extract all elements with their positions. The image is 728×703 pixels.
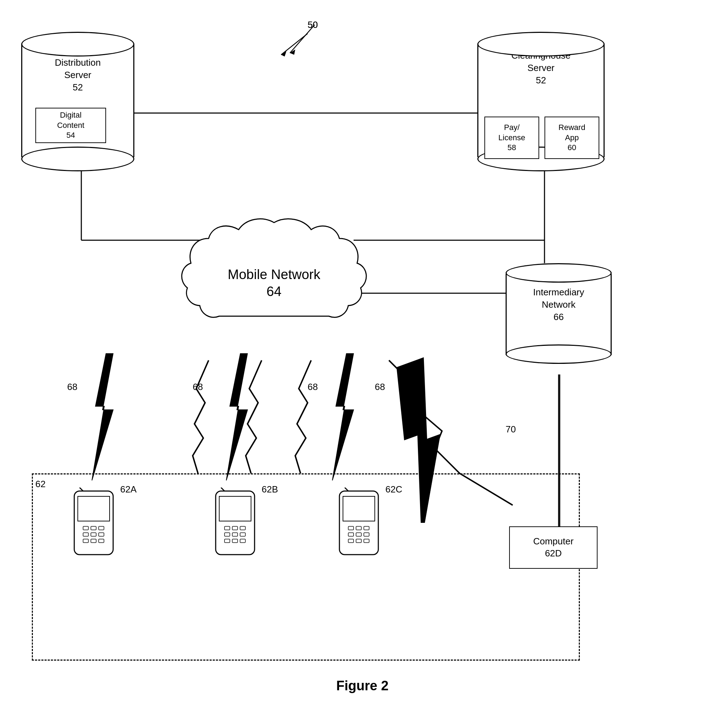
svg-rect-20 (99, 533, 104, 536)
svg-rect-14 (78, 496, 110, 521)
clearinghouse-server-cylinder-top (477, 32, 605, 56)
lightning-68-2 (219, 353, 254, 480)
svg-rect-39 (348, 526, 354, 530)
svg-rect-30 (224, 533, 230, 536)
ref-68-2-label: 68 (193, 382, 203, 392)
ref-68-1-label: 68 (67, 382, 77, 392)
lightning-68-3 (325, 353, 361, 480)
svg-rect-29 (240, 526, 246, 530)
svg-text:Mobile Network: Mobile Network (228, 267, 321, 282)
ref-50: 50 (308, 19, 318, 30)
svg-rect-42 (348, 533, 354, 536)
svg-rect-40 (356, 526, 361, 530)
svg-rect-21 (83, 539, 88, 543)
digital-content-box: DigitalContent54 (35, 108, 106, 143)
svg-rect-15 (83, 526, 88, 530)
svg-rect-34 (232, 539, 238, 543)
distribution-server-cylinder-bottom (21, 147, 134, 171)
svg-rect-32 (240, 533, 246, 536)
distribution-server-label: DistributionServer52 (25, 56, 131, 94)
figure-caption: Figure 2 (265, 678, 459, 693)
ref-62-label: 62 (35, 479, 46, 490)
svg-rect-18 (83, 533, 88, 536)
svg-marker-52 (389, 358, 482, 523)
ref-70-label: 70 (506, 424, 516, 435)
intermediary-network-label: IntermediaryNetwork66 (507, 286, 610, 323)
lightning-68-1 (85, 353, 120, 480)
svg-rect-22 (91, 539, 96, 543)
phone-62b (212, 487, 258, 565)
ref-62a-label: 62A (120, 484, 136, 495)
svg-rect-16 (91, 526, 96, 530)
svg-rect-38 (343, 496, 375, 521)
svg-rect-17 (99, 526, 104, 530)
ref-68-4-label: 68 (375, 382, 385, 392)
svg-rect-33 (224, 539, 230, 543)
svg-marker-50 (226, 353, 247, 480)
svg-rect-19 (91, 533, 96, 536)
lightning-68-4 (389, 353, 513, 523)
svg-rect-26 (219, 496, 251, 521)
svg-rect-41 (364, 526, 369, 530)
svg-rect-47 (364, 539, 369, 543)
svg-marker-49 (92, 353, 113, 480)
svg-rect-28 (232, 526, 238, 530)
svg-rect-27 (224, 526, 230, 530)
svg-rect-46 (356, 539, 361, 543)
svg-rect-23 (99, 539, 104, 543)
svg-rect-43 (356, 533, 361, 536)
diagram: 50 DistributionServer52 DigitalContent54… (0, 0, 728, 703)
svg-rect-44 (364, 533, 369, 536)
phone-62c (336, 487, 382, 565)
intermediary-network-cylinder-top (506, 263, 612, 282)
distribution-server-cylinder-top (21, 32, 134, 56)
mobile-network-cloud: Mobile Network 64 (177, 205, 371, 364)
computer-62d-box: Computer62D (509, 526, 598, 569)
ref-68-3-label: 68 (308, 382, 318, 392)
svg-text:64: 64 (267, 284, 282, 299)
phone-62a (71, 487, 117, 565)
pay-license-box: Pay/License58 (484, 117, 539, 159)
svg-rect-35 (240, 539, 246, 543)
reward-app-box: RewardApp60 (545, 117, 599, 159)
intermediary-network-cylinder-bottom (506, 344, 612, 364)
svg-marker-51 (332, 353, 354, 480)
ref-62b-label: 62B (261, 484, 278, 495)
svg-rect-31 (232, 533, 238, 536)
svg-rect-45 (348, 539, 354, 543)
ref-50-arrow (279, 18, 332, 63)
